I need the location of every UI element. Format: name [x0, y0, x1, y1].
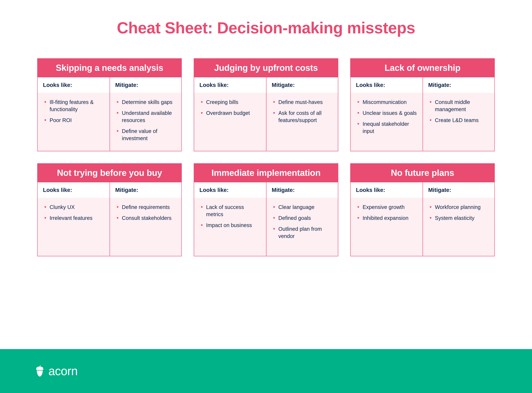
- looks-like-list: Expensive growth Inhibited expansion: [351, 198, 423, 256]
- card-lack-of-ownership: Lack of ownership Looks like: Miscommuni…: [350, 58, 495, 151]
- mitigate-list: Define must-haves Ask for costs of all f…: [266, 93, 338, 151]
- list-item: System elasticity: [430, 214, 489, 221]
- looks-like-column: Looks like: Creeping bills Overdrawn bud…: [194, 77, 266, 151]
- card-heading: No future plans: [351, 164, 494, 182]
- column-label: Mitigate:: [110, 182, 182, 198]
- card-grid: Skipping a needs analysis Looks like: Il…: [0, 37, 532, 256]
- column-label: Mitigate:: [423, 182, 494, 198]
- column-label: Looks like:: [351, 77, 423, 93]
- list-item: Clear language: [273, 203, 333, 211]
- column-label: Mitigate:: [266, 77, 338, 93]
- footer-bar: acorn: [0, 349, 532, 393]
- looks-like-column: Looks like: Ill-fitting features & funct…: [38, 77, 110, 151]
- card-immediate-implementation: Immediate implementation Looks like: Lac…: [194, 163, 338, 256]
- list-item: Poor ROI: [44, 117, 104, 124]
- acorn-icon: [34, 365, 45, 377]
- column-label: Looks like:: [38, 182, 110, 198]
- list-item: Irrelevant features: [44, 214, 104, 221]
- brand-name: acorn: [48, 364, 78, 378]
- looks-like-list: Clunky UX Irrelevant features: [38, 198, 110, 256]
- card-heading: Judging by upfront costs: [194, 59, 338, 77]
- column-label: Looks like:: [351, 182, 423, 198]
- looks-like-list: Ill-fitting features & functionality Poo…: [38, 93, 110, 151]
- mitigate-list: Workforce planning System elasticity: [423, 198, 494, 256]
- card-heading: Immediate implementation: [194, 164, 338, 182]
- mitigate-column: Mitigate: Clear language Defined goals O…: [266, 182, 338, 256]
- looks-like-list: Creeping bills Overdrawn budget: [194, 93, 266, 151]
- looks-like-column: Looks like: Expensive growth Inhibited e…: [351, 182, 423, 256]
- list-item: Ask for costs of all features/support: [273, 109, 333, 124]
- list-item: Defined goals: [273, 214, 333, 221]
- mitigate-column: Mitigate: Define must-haves Ask for cost…: [266, 77, 338, 151]
- list-item: Consult stakeholders: [117, 214, 176, 221]
- card-heading: Lack of ownership: [351, 59, 494, 77]
- mitigate-list: Clear language Defined goals Outlined pl…: [266, 198, 338, 256]
- looks-like-list: Lack of success metrics Impact on busine…: [194, 198, 266, 256]
- column-label: Looks like:: [194, 77, 266, 93]
- mitigate-column: Mitigate: Determine skills gaps Understa…: [110, 77, 182, 151]
- list-item: Impact on business: [201, 221, 261, 229]
- list-item: Lack of success metrics: [201, 203, 261, 218]
- column-label: Mitigate:: [110, 77, 182, 93]
- list-item: Consult middle management: [430, 98, 489, 113]
- card-heading: Skipping a needs analysis: [38, 59, 181, 77]
- brand-logo: acorn: [34, 364, 78, 378]
- list-item: Inhibited expansion: [357, 214, 417, 221]
- list-item: Understand available resources: [117, 109, 176, 124]
- card-not-trying-before-buy: Not trying before you buy Looks like: Cl…: [37, 163, 182, 256]
- card-skipping-needs-analysis: Skipping a needs analysis Looks like: Il…: [37, 58, 182, 151]
- looks-like-column: Looks like: Clunky UX Irrelevant feature…: [38, 182, 110, 256]
- card-no-future-plans: No future plans Looks like: Expensive gr…: [350, 163, 495, 256]
- list-item: Define value of investment: [117, 128, 176, 142]
- column-label: Looks like:: [194, 182, 266, 198]
- list-item: Define must-haves: [273, 98, 333, 106]
- mitigate-list: Determine skills gaps Understand availab…: [110, 93, 182, 151]
- list-item: Workforce planning: [430, 203, 489, 211]
- list-item: Clunky UX: [44, 203, 104, 211]
- list-item: Ill-fitting features & functionality: [44, 98, 104, 113]
- column-label: Looks like:: [38, 77, 110, 93]
- list-item: Determine skills gaps: [117, 98, 176, 106]
- mitigate-column: Mitigate: Consult middle management Crea…: [423, 77, 494, 151]
- column-label: Mitigate:: [266, 182, 338, 198]
- list-item: Outlined plan from vendor: [273, 225, 333, 240]
- mitigate-list: Consult middle management Create L&D tea…: [423, 93, 494, 151]
- column-label: Mitigate:: [423, 77, 494, 93]
- looks-like-column: Looks like: Miscommunication Unclear iss…: [351, 77, 423, 151]
- list-item: Create L&D teams: [430, 117, 489, 124]
- looks-like-column: Looks like: Lack of success metrics Impa…: [194, 182, 266, 256]
- list-item: Unclear issues & goals: [357, 109, 417, 117]
- page-title: Cheat Sheet: Decision-making missteps: [0, 0, 532, 37]
- card-judging-upfront-costs: Judging by upfront costs Looks like: Cre…: [194, 58, 338, 151]
- list-item: Define requirements: [117, 203, 176, 211]
- card-heading: Not trying before you buy: [38, 164, 181, 182]
- list-item: Creeping bills: [201, 98, 261, 106]
- list-item: Inequal stakeholder input: [357, 120, 417, 135]
- looks-like-list: Miscommunication Unclear issues & goals …: [351, 93, 423, 151]
- list-item: Miscommunication: [357, 98, 417, 106]
- mitigate-column: Mitigate: Define requirements Consult st…: [110, 182, 182, 256]
- mitigate-list: Define requirements Consult stakeholders: [110, 198, 182, 256]
- list-item: Overdrawn budget: [201, 109, 261, 117]
- list-item: Expensive growth: [357, 203, 417, 211]
- mitigate-column: Mitigate: Workforce planning System elas…: [423, 182, 494, 256]
